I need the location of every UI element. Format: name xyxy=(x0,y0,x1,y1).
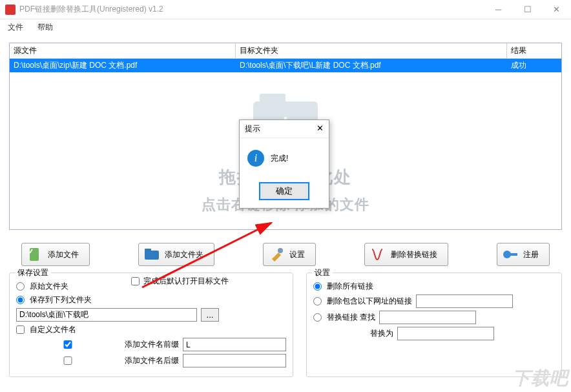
dialog-title: 提示 xyxy=(245,123,260,134)
autoopen-label: 完成后默认打开目标文件 xyxy=(143,276,229,287)
cell-result: 成功 xyxy=(507,59,561,72)
suffix-checkbox[interactable] xyxy=(16,356,119,365)
customname-label: 自定义文件名 xyxy=(30,324,76,335)
prefix-label: 添加文件名前缀 xyxy=(125,339,179,350)
options-group: 设置 删除所有链接 删除包含以下网址的链接 替换链接 查找 替换为 xyxy=(306,273,562,377)
svg-rect-5 xyxy=(510,253,517,256)
settings-label: 设置 xyxy=(289,249,305,260)
col-source[interactable]: 源文件 xyxy=(10,43,236,58)
add-file-label: 添加文件 xyxy=(48,249,79,260)
file-add-icon xyxy=(26,245,44,263)
toolbar: 添加文件 添加文件夹 设置 删除替换链接 注册 xyxy=(0,234,571,273)
menu-help[interactable]: 帮助 xyxy=(35,21,56,34)
prefix-input[interactable] xyxy=(183,338,286,351)
maximize-button[interactable]: ☐ xyxy=(513,0,542,19)
col-result[interactable]: 结果 xyxy=(507,43,561,58)
original-folder-label: 原始文件夹 xyxy=(30,281,68,292)
replacewith-label: 替换为 xyxy=(370,328,393,339)
dialog-close-icon[interactable]: ✕ xyxy=(317,123,324,134)
svg-rect-0 xyxy=(30,248,39,261)
pdf-link-icon xyxy=(369,245,387,263)
original-folder-radio[interactable] xyxy=(16,282,25,291)
delete-contain-radio[interactable] xyxy=(313,297,322,305)
table-row[interactable]: D:\tools\桌面\zip\新建 DOC 文档.pdf D:\tools\桌… xyxy=(10,59,561,72)
dialog-message: 完成! xyxy=(271,153,288,164)
prompt-dialog: 提示 ✕ i 完成! 确定 xyxy=(239,119,329,209)
customname-checkbox[interactable] xyxy=(16,325,25,334)
app-logo-icon xyxy=(5,5,16,15)
replace-find-input[interactable] xyxy=(379,311,476,324)
menubar: 文件 帮助 xyxy=(0,19,571,35)
save-settings-group: 保存设置 完成后默认打开目标文件 原始文件夹 保存到下列文件夹 ... 自定义文… xyxy=(9,273,293,377)
delete-all-label: 删除所有链接 xyxy=(327,281,373,292)
folder-add-icon xyxy=(143,245,161,263)
add-folder-label: 添加文件夹 xyxy=(165,249,203,260)
titlebar: PDF链接删除替换工具(Unregistered) v1.2 ─ ☐ ✕ xyxy=(0,0,571,19)
svg-point-3 xyxy=(278,248,283,253)
cell-source: D:\tools\桌面\zip\新建 DOC 文档.pdf xyxy=(10,59,236,72)
settings-button[interactable]: 设置 xyxy=(263,243,316,266)
register-label: 注册 xyxy=(523,249,539,260)
cell-dest: D:\tools\桌面\下载吧\L新建 DOC 文档.pdf xyxy=(236,59,507,72)
svg-rect-1 xyxy=(145,251,159,260)
key-icon xyxy=(501,245,519,263)
menu-file[interactable]: 文件 xyxy=(5,21,26,34)
saveto-folder-radio[interactable] xyxy=(16,296,25,304)
close-button[interactable]: ✕ xyxy=(542,0,571,19)
svg-rect-2 xyxy=(145,249,151,252)
browse-button[interactable]: ... xyxy=(201,308,219,322)
delete-contain-input[interactable] xyxy=(416,294,513,308)
suffix-label: 添加文件名后缀 xyxy=(125,355,179,366)
wrench-icon xyxy=(267,245,286,263)
table-header: 源文件 目标文件夹 结果 xyxy=(10,43,561,59)
save-legend: 保存设置 xyxy=(15,267,51,278)
add-folder-button[interactable]: 添加文件夹 xyxy=(138,243,214,266)
saveto-path-input[interactable] xyxy=(16,308,197,322)
delete-contain-label: 删除包含以下网址的链接 xyxy=(327,296,412,307)
suffix-input[interactable] xyxy=(183,354,286,367)
saveto-folder-label: 保存到下列文件夹 xyxy=(30,294,92,305)
dialog-ok-button[interactable]: 确定 xyxy=(259,182,309,200)
options-legend: 设置 xyxy=(312,267,333,278)
minimize-button[interactable]: ─ xyxy=(484,0,513,19)
replace-with-input[interactable] xyxy=(397,327,494,340)
replace-radio[interactable] xyxy=(313,313,322,322)
register-button[interactable]: 注册 xyxy=(497,243,550,266)
prefix-checkbox[interactable] xyxy=(16,340,119,349)
window-title: PDF链接删除替换工具(Unregistered) v1.2 xyxy=(19,4,484,15)
col-dest[interactable]: 目标文件夹 xyxy=(236,43,507,58)
run-label: 删除替换链接 xyxy=(391,249,437,260)
delete-all-radio[interactable] xyxy=(313,282,322,291)
info-icon: i xyxy=(247,150,264,167)
add-file-button[interactable]: 添加文件 xyxy=(21,243,90,266)
replace-label: 替换链接 查找 xyxy=(327,312,375,323)
autoopen-checkbox[interactable] xyxy=(131,277,140,285)
run-button[interactable]: 删除替换链接 xyxy=(364,243,448,266)
